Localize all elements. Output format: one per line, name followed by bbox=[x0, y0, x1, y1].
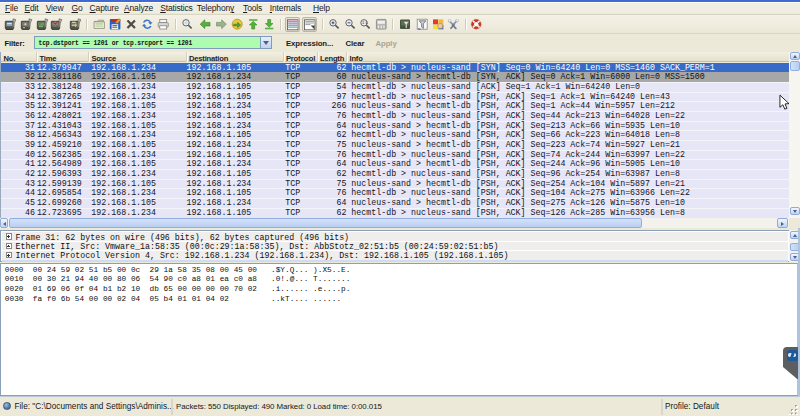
svg-text:1:1: 1:1 bbox=[362, 20, 368, 25]
